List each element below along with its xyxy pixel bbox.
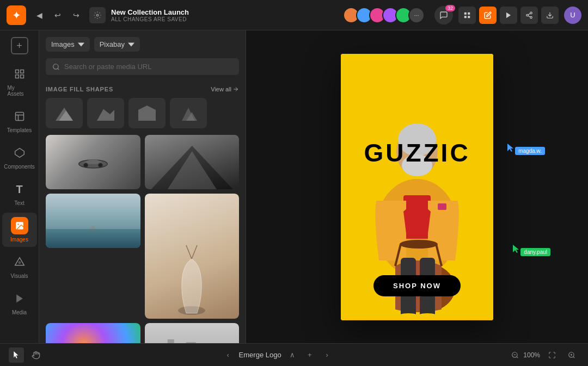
sidebar-label-images: Images — [10, 237, 28, 243]
text-icon: T — [11, 181, 28, 198]
comment-badge: 32 — [445, 5, 455, 11]
svg-line-9 — [528, 15, 530, 16]
undo-button[interactable]: ↩ — [50, 8, 65, 23]
back-button[interactable]: ◀ — [32, 8, 47, 23]
svg-rect-12 — [15, 70, 19, 73]
add-element-button[interactable]: + — [11, 37, 28, 54]
cursor-arrow-dany — [513, 245, 519, 253]
cursor-label-magda: magda.w. — [515, 147, 545, 155]
design-card[interactable]: GUZZIC SHOP NOW — [341, 54, 493, 320]
grid-view-button[interactable] — [458, 7, 476, 24]
svg-point-59 — [400, 240, 438, 249]
sidebar-label-my-assets: My Assets — [8, 85, 32, 97]
svg-marker-30 — [97, 109, 114, 121]
brand-name: GUZZIC — [364, 138, 470, 168]
redo-button[interactable]: ↪ — [69, 8, 84, 23]
svg-rect-1 — [464, 12, 467, 14]
prev-page-button[interactable]: ‹ — [222, 349, 235, 362]
hand-tool-icon — [32, 351, 40, 359]
image-thumbnail-city[interactable] — [145, 323, 240, 343]
project-info: New Collection Launch ALL CHANGES ARE SA… — [111, 8, 189, 22]
cursor-tool-button[interactable] — [9, 348, 24, 363]
next-page-button[interactable]: › — [321, 349, 334, 362]
settings-button[interactable] — [89, 7, 106, 23]
svg-rect-16 — [15, 113, 23, 121]
zoom-search-button[interactable] — [564, 348, 579, 363]
images-dropdown[interactable]: Images — [46, 37, 90, 52]
svg-line-65 — [517, 356, 518, 358]
download-button[interactable] — [541, 7, 559, 24]
svg-line-68 — [573, 356, 575, 358]
shapes-section-header: IMAGE FILL SHAPES View all — [39, 82, 246, 96]
hand-tool-button[interactable] — [28, 348, 44, 363]
image-thumbnail-lake[interactable] — [46, 194, 140, 248]
user-avatar[interactable]: U — [564, 7, 581, 24]
fullscreen-icon — [548, 351, 556, 359]
image-thumbnail-car[interactable] — [46, 135, 140, 189]
svg-rect-31 — [138, 110, 156, 121]
my-assets-icon — [11, 65, 28, 83]
download-icon — [546, 11, 554, 19]
search-bar — [46, 58, 239, 75]
images-dropdown-label: Images — [51, 40, 75, 48]
tool-buttons — [9, 348, 44, 363]
fullscreen-button[interactable] — [544, 348, 560, 363]
shape-mountain-3[interactable] — [128, 98, 166, 128]
view-all-button[interactable]: View all — [211, 86, 239, 92]
canvas-inner: GUZZIC SHOP NOW magda.w. dany.paul — [341, 54, 493, 320]
sidebar-item-visuals[interactable]: Visuals — [2, 249, 37, 283]
sidebar-item-media[interactable]: Media — [2, 286, 37, 320]
chevron-down-icon — [78, 41, 84, 48]
cursor-tool-icon — [13, 351, 20, 359]
image-thumbnail-vase[interactable] — [145, 194, 240, 319]
page-navigation: ‹ Emerge Logo ∧ + › — [222, 349, 334, 362]
sidebar-item-text[interactable]: T Text — [2, 176, 37, 210]
project-status: ALL CHANGES ARE SAVED — [111, 16, 189, 22]
comment-button[interactable]: 32 — [434, 6, 453, 24]
search-input[interactable] — [64, 63, 232, 71]
sidebar-item-components[interactable]: Components — [2, 140, 37, 174]
cta-button[interactable]: SHOP NOW — [373, 275, 461, 296]
page-up-button[interactable]: ∧ — [286, 349, 299, 362]
left-sidebar: + My Assets Templates Components T Text — [0, 30, 39, 343]
project-name: New Collection Launch — [111, 8, 189, 16]
svg-point-0 — [96, 14, 99, 16]
grid-icon — [463, 11, 471, 19]
sidebar-label-templates: Templates — [7, 127, 32, 133]
sidebar-item-images[interactable]: Images — [2, 213, 37, 247]
collaborator-avatars: ··· — [343, 7, 425, 23]
templates-icon — [11, 108, 28, 125]
zoom-search-icon — [568, 351, 575, 359]
cursor-arrow-magda — [507, 144, 514, 152]
share-icon — [525, 11, 533, 19]
topbar-action-buttons — [458, 7, 559, 24]
add-page-button[interactable]: + — [303, 349, 316, 362]
image-thumbnail-architecture[interactable] — [145, 135, 240, 189]
svg-point-25 — [53, 64, 58, 69]
svg-rect-15 — [20, 75, 23, 78]
components-icon — [11, 144, 28, 162]
sidebar-item-my-assets[interactable]: My Assets — [2, 61, 37, 101]
shape-mountain-1[interactable] — [46, 98, 83, 128]
play-button[interactable] — [500, 7, 517, 24]
avatar-more[interactable]: ··· — [408, 7, 425, 23]
shape-mountain-2[interactable] — [87, 98, 124, 128]
svg-point-7 — [526, 14, 529, 16]
bottom-bar: ‹ Emerge Logo ∧ + › 100% — [0, 343, 588, 366]
svg-rect-55 — [438, 203, 446, 210]
sidebar-item-templates[interactable]: Templates — [2, 103, 37, 138]
share-button[interactable] — [520, 7, 538, 24]
svg-marker-19 — [15, 148, 24, 158]
logo-icon: ✦ — [12, 9, 21, 22]
app-logo[interactable]: ✦ — [7, 5, 26, 25]
image-thumbnail-globe[interactable] — [46, 323, 140, 343]
source-dropdown[interactable]: Pixabay — [94, 37, 140, 52]
svg-point-6 — [530, 12, 532, 14]
edit-button[interactable] — [479, 7, 497, 24]
svg-point-23 — [18, 261, 21, 264]
sidebar-label-components: Components — [4, 164, 35, 170]
svg-line-41 — [186, 245, 192, 259]
panel-header: Images Pixabay — [39, 30, 246, 58]
shape-mountain-4[interactable] — [170, 98, 207, 128]
play-icon — [505, 11, 512, 19]
